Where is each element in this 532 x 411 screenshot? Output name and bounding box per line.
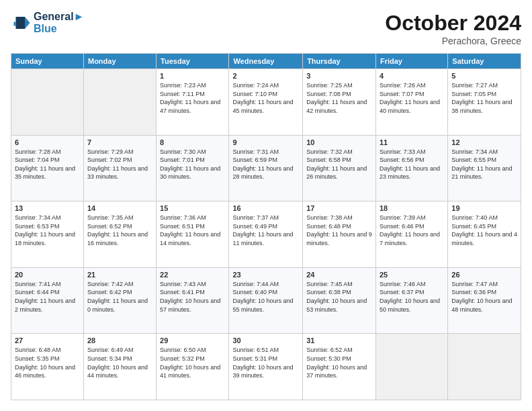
table-row: 12Sunrise: 7:34 AM Sunset: 6:55 PM Dayli… (448, 135, 521, 201)
day-detail: Sunrise: 7:38 AM Sunset: 6:48 PM Dayligh… (306, 214, 372, 247)
table-row: 5Sunrise: 7:27 AM Sunset: 7:05 PM Daylig… (448, 69, 521, 136)
day-number: 23 (232, 271, 299, 279)
title-block: October 2024 Perachora, Greece (385, 11, 521, 46)
day-number: 19 (451, 204, 517, 212)
table-row: 21Sunrise: 7:42 AM Sunset: 6:42 PM Dayli… (83, 267, 156, 334)
table-row: 28Sunrise: 6:49 AM Sunset: 5:34 PM Dayli… (83, 334, 156, 400)
location-subtitle: Perachora, Greece (385, 36, 521, 46)
table-row: 8Sunrise: 7:30 AM Sunset: 7:01 PM Daylig… (157, 135, 229, 201)
day-detail: Sunrise: 6:50 AM Sunset: 5:32 PM Dayligh… (160, 346, 225, 379)
day-detail: Sunrise: 7:46 AM Sunset: 6:37 PM Dayligh… (380, 280, 444, 314)
table-row: 20Sunrise: 7:41 AM Sunset: 6:44 PM Dayli… (11, 267, 84, 334)
day-detail: Sunrise: 7:36 AM Sunset: 6:51 PM Dayligh… (160, 214, 225, 247)
table-row: 16Sunrise: 7:37 AM Sunset: 6:49 PM Dayli… (229, 201, 303, 268)
svg-rect-2 (14, 22, 16, 26)
day-number: 21 (87, 271, 152, 279)
day-number: 20 (15, 271, 80, 279)
table-row: 15Sunrise: 7:36 AM Sunset: 6:51 PM Dayli… (157, 201, 229, 268)
day-detail: Sunrise: 7:34 AM Sunset: 6:53 PM Dayligh… (15, 214, 80, 247)
day-number: 17 (306, 204, 372, 212)
col-sunday: Sunday (11, 54, 84, 69)
table-row: 30Sunrise: 6:51 AM Sunset: 5:31 PM Dayli… (229, 334, 303, 400)
logo: General► Blue (11, 11, 84, 35)
day-number: 29 (160, 336, 225, 345)
day-number: 26 (451, 271, 517, 279)
day-detail: Sunrise: 6:49 AM Sunset: 5:34 PM Dayligh… (87, 346, 152, 379)
day-number: 11 (380, 138, 444, 146)
col-monday: Monday (83, 54, 156, 69)
day-detail: Sunrise: 7:32 AM Sunset: 6:58 PM Dayligh… (306, 148, 372, 181)
table-row: 14Sunrise: 7:35 AM Sunset: 6:52 PM Dayli… (83, 201, 156, 268)
day-detail: Sunrise: 7:29 AM Sunset: 7:02 PM Dayligh… (87, 148, 152, 181)
col-tuesday: Tuesday (157, 54, 229, 69)
logo-line1: General► (34, 11, 84, 23)
logo-line2: Blue (34, 23, 84, 35)
table-row (375, 334, 447, 400)
day-detail: Sunrise: 7:23 AM Sunset: 7:11 PM Dayligh… (160, 81, 225, 115)
day-detail: Sunrise: 7:31 AM Sunset: 6:59 PM Dayligh… (232, 148, 299, 181)
table-row (83, 69, 156, 136)
col-friday: Friday (375, 54, 447, 69)
day-number: 8 (160, 138, 225, 146)
day-number: 2 (232, 72, 299, 80)
day-number: 9 (232, 138, 299, 146)
day-number: 3 (306, 72, 372, 80)
day-detail: Sunrise: 7:40 AM Sunset: 6:45 PM Dayligh… (451, 214, 517, 247)
day-detail: Sunrise: 7:27 AM Sunset: 7:05 PM Dayligh… (451, 81, 517, 115)
day-number: 31 (306, 336, 372, 345)
table-row: 24Sunrise: 7:45 AM Sunset: 6:38 PM Dayli… (303, 267, 376, 334)
table-row: 17Sunrise: 7:38 AM Sunset: 6:48 PM Dayli… (303, 201, 376, 268)
day-number: 22 (160, 271, 225, 279)
day-number: 14 (87, 204, 152, 212)
day-detail: Sunrise: 7:43 AM Sunset: 6:41 PM Dayligh… (160, 280, 225, 314)
day-number: 7 (87, 138, 152, 146)
table-row: 2Sunrise: 7:24 AM Sunset: 7:10 PM Daylig… (229, 69, 303, 136)
calendar-week-row: 27Sunrise: 6:48 AM Sunset: 5:35 PM Dayli… (11, 334, 521, 400)
calendar-week-row: 20Sunrise: 7:41 AM Sunset: 6:44 PM Dayli… (11, 267, 521, 334)
table-row: 18Sunrise: 7:39 AM Sunset: 6:46 PM Dayli… (375, 201, 447, 268)
day-detail: Sunrise: 7:39 AM Sunset: 6:46 PM Dayligh… (380, 214, 444, 247)
day-number: 18 (380, 204, 444, 212)
svg-rect-1 (16, 17, 26, 29)
day-number: 4 (380, 72, 444, 80)
table-row: 23Sunrise: 7:44 AM Sunset: 6:40 PM Dayli… (229, 267, 303, 334)
table-row: 22Sunrise: 7:43 AM Sunset: 6:41 PM Dayli… (157, 267, 229, 334)
table-row: 13Sunrise: 7:34 AM Sunset: 6:53 PM Dayli… (11, 201, 84, 268)
day-detail: Sunrise: 7:44 AM Sunset: 6:40 PM Dayligh… (232, 280, 299, 314)
calendar-week-row: 13Sunrise: 7:34 AM Sunset: 6:53 PM Dayli… (11, 201, 521, 268)
day-number: 30 (232, 336, 299, 345)
table-row: 9Sunrise: 7:31 AM Sunset: 6:59 PM Daylig… (229, 135, 303, 201)
day-detail: Sunrise: 6:52 AM Sunset: 5:30 PM Dayligh… (306, 346, 372, 379)
calendar-header-row: Sunday Monday Tuesday Wednesday Thursday… (11, 54, 521, 69)
day-detail: Sunrise: 7:24 AM Sunset: 7:10 PM Dayligh… (232, 81, 299, 115)
logo-icon (11, 13, 31, 33)
day-number: 27 (15, 336, 80, 345)
col-saturday: Saturday (448, 54, 521, 69)
table-row: 7Sunrise: 7:29 AM Sunset: 7:02 PM Daylig… (83, 135, 156, 201)
table-row: 4Sunrise: 7:26 AM Sunset: 7:07 PM Daylig… (375, 69, 447, 136)
day-detail: Sunrise: 6:48 AM Sunset: 5:35 PM Dayligh… (15, 346, 80, 379)
calendar-week-row: 1Sunrise: 7:23 AM Sunset: 7:11 PM Daylig… (11, 69, 521, 136)
svg-marker-0 (25, 17, 30, 29)
day-detail: Sunrise: 7:25 AM Sunset: 7:08 PM Dayligh… (306, 81, 372, 115)
day-number: 24 (306, 271, 372, 279)
table-row: 3Sunrise: 7:25 AM Sunset: 7:08 PM Daylig… (303, 69, 376, 136)
day-detail: Sunrise: 6:51 AM Sunset: 5:31 PM Dayligh… (232, 346, 299, 379)
table-row: 31Sunrise: 6:52 AM Sunset: 5:30 PM Dayli… (303, 334, 376, 400)
table-row: 26Sunrise: 7:47 AM Sunset: 6:36 PM Dayli… (448, 267, 521, 334)
day-detail: Sunrise: 7:37 AM Sunset: 6:49 PM Dayligh… (232, 214, 299, 247)
day-number: 6 (15, 138, 80, 146)
day-number: 12 (451, 138, 517, 146)
table-row: 27Sunrise: 6:48 AM Sunset: 5:35 PM Dayli… (11, 334, 84, 400)
day-number: 15 (160, 204, 225, 212)
col-wednesday: Wednesday (229, 54, 303, 69)
day-detail: Sunrise: 7:45 AM Sunset: 6:38 PM Dayligh… (306, 280, 372, 314)
day-detail: Sunrise: 7:35 AM Sunset: 6:52 PM Dayligh… (87, 214, 152, 247)
calendar-table: Sunday Monday Tuesday Wednesday Thursday… (11, 53, 521, 400)
day-detail: Sunrise: 7:47 AM Sunset: 6:36 PM Dayligh… (451, 280, 517, 314)
table-row: 6Sunrise: 7:28 AM Sunset: 7:04 PM Daylig… (11, 135, 84, 201)
month-title: October 2024 (385, 11, 521, 36)
table-row (11, 69, 84, 136)
day-number: 5 (451, 72, 517, 80)
calendar-week-row: 6Sunrise: 7:28 AM Sunset: 7:04 PM Daylig… (11, 135, 521, 201)
